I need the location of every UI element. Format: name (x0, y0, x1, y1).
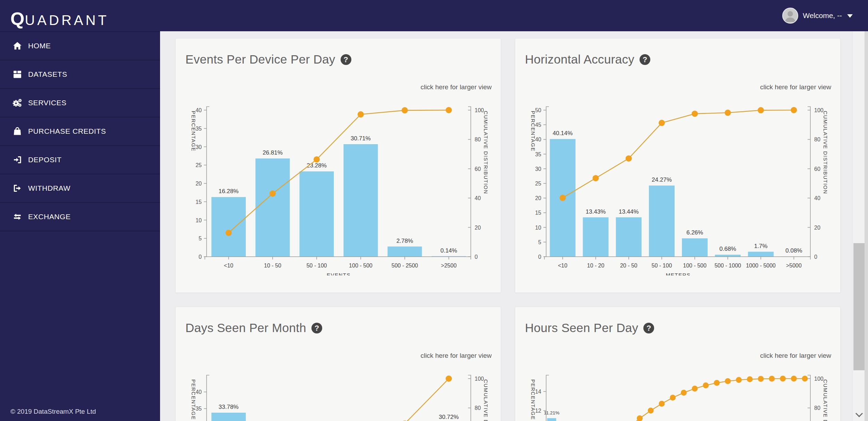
svg-text:80: 80 (475, 405, 481, 411)
svg-text:80: 80 (814, 405, 820, 411)
svg-text:CUMULATIVE DISTRIBUTION: CUMULATIVE DISTRIBUTION (483, 111, 489, 194)
svg-text:EVENTS: EVENTS (327, 272, 351, 275)
user-menu[interactable]: Welcome, -- (782, 8, 853, 24)
svg-text:PERCENTAGE: PERCENTAGE (530, 379, 536, 420)
larger-view-link[interactable]: click here for larger view (760, 352, 831, 360)
scrollbar-edge (865, 31, 868, 421)
svg-text:30.72%: 30.72% (439, 414, 459, 420)
svg-text:6.26%: 6.26% (686, 229, 703, 236)
help-icon[interactable]: ? (341, 54, 351, 65)
svg-text:10 - 20: 10 - 20 (587, 263, 604, 269)
svg-text:80: 80 (814, 137, 820, 142)
help-icon[interactable]: ? (311, 323, 322, 333)
sidebar-item-exchange[interactable]: EXCHANGE (0, 203, 160, 231)
svg-text:20: 20 (475, 225, 481, 231)
svg-text:0: 0 (538, 254, 541, 260)
svg-text:PERCENTAGE: PERCENTAGE (530, 111, 536, 151)
svg-text:40: 40 (475, 195, 481, 201)
svg-text:50 - 100: 50 - 100 (652, 263, 672, 269)
sign-out-icon (12, 183, 22, 193)
page-title: Horizontal Accuracy (525, 52, 634, 66)
svg-text:500 - 2500: 500 - 2500 (391, 263, 418, 269)
svg-text:5: 5 (538, 239, 541, 245)
svg-text:15: 15 (195, 199, 202, 205)
svg-text:100: 100 (475, 107, 484, 113)
svg-text:30.71%: 30.71% (351, 135, 371, 142)
larger-view-link[interactable]: click here for larger view (420, 83, 492, 91)
svg-text:20: 20 (814, 225, 820, 231)
svg-text:100: 100 (814, 376, 824, 382)
card-title-row: Hours Seen Per Day ? (525, 321, 654, 335)
sidebar-item-home[interactable]: HOME (0, 32, 160, 60)
shopping-bag-icon (12, 126, 22, 136)
svg-text:60: 60 (814, 166, 820, 172)
svg-text:15: 15 (535, 210, 541, 216)
footer-copyright: © 2019 DataStreamX Pte Ltd (10, 408, 96, 415)
larger-view-link[interactable]: click here for larger view (760, 83, 831, 91)
pareto-chart-accuracy: 40.14%13.43%13.44%24.27%6.26%0.68%1.7%0.… (515, 98, 841, 275)
vertical-scrollbar[interactable] (852, 31, 868, 421)
logo-rest: UADRANT (25, 13, 109, 28)
svg-text:35: 35 (535, 151, 541, 157)
svg-text:16.28%: 16.28% (219, 188, 239, 195)
exchange-arrows-icon (12, 212, 22, 222)
welcome-label: Welcome, -- (803, 11, 842, 20)
sidebar-item-label: WITHDRAW (28, 184, 70, 192)
sidebar-item-purchase-credits[interactable]: PURCHASE CREDITS (0, 117, 160, 146)
svg-text:23.28%: 23.28% (307, 162, 327, 169)
logo-initial: Q (10, 8, 25, 29)
svg-text:100 - 500: 100 - 500 (683, 263, 707, 269)
page-title: Hours Seen Per Day (525, 321, 638, 335)
svg-text:10: 10 (535, 225, 541, 231)
user-silhouette-icon (783, 8, 798, 23)
pareto-chart-days-seen: 33.78%30.72%0510152025303540020406080100… (176, 366, 501, 421)
page-title: Days Seen Per Month (185, 321, 306, 335)
sidebar-item-withdraw[interactable]: WITHDRAW (0, 174, 160, 203)
svg-text:10 - 50: 10 - 50 (264, 263, 281, 269)
svg-text:PERCENTAGE: PERCENTAGE (191, 379, 197, 420)
help-icon[interactable]: ? (640, 54, 650, 65)
svg-text:0.68%: 0.68% (719, 246, 736, 252)
svg-text:100 - 500: 100 - 500 (349, 263, 373, 269)
card-title-row: Horizontal Accuracy ? (525, 52, 650, 66)
scroll-down-icon[interactable] (856, 410, 863, 417)
sidebar-item-label: HOME (28, 42, 51, 50)
svg-text:13.43%: 13.43% (586, 208, 606, 215)
svg-text:2.78%: 2.78% (397, 238, 413, 244)
sign-in-icon (12, 155, 22, 165)
svg-text:40.14%: 40.14% (553, 130, 573, 137)
svg-text:24.27%: 24.27% (652, 176, 672, 183)
sidebar-item-label: SERVICES (28, 99, 67, 107)
svg-text:20: 20 (195, 181, 202, 187)
svg-text:0: 0 (475, 254, 478, 260)
card-days-seen-per-month: Days Seen Per Month ? click here for lar… (175, 307, 501, 421)
svg-text:0: 0 (814, 254, 817, 260)
brand-logo[interactable]: QUADRANT (0, 0, 160, 31)
card-hours-seen-per-day: Hours Seen Per Day ? click here for larg… (515, 307, 841, 421)
svg-text:5: 5 (199, 236, 202, 241)
sidebar-item-datasets[interactable]: DATASETS (0, 60, 160, 89)
svg-text:<10: <10 (558, 263, 567, 269)
svg-text:25: 25 (195, 162, 202, 168)
sidebar-item-label: DEPOSIT (28, 156, 61, 164)
dashboard-content: Events Per Device Per Day ? click here f… (160, 31, 852, 421)
sidebar-item-services[interactable]: SERVICES (0, 89, 160, 117)
svg-text:0.14%: 0.14% (440, 247, 457, 254)
card-title-row: Days Seen Per Month ? (185, 321, 322, 335)
chevron-down-icon (847, 14, 853, 20)
pareto-chart-events: 16.28%26.81%23.28%30.71%2.78%0.14%051015… (176, 98, 501, 275)
svg-text:33.78%: 33.78% (219, 404, 239, 410)
sidebar-item-label: EXCHANGE (28, 213, 71, 221)
svg-text:50 - 100: 50 - 100 (307, 263, 327, 269)
svg-text:1.7%: 1.7% (754, 243, 768, 249)
sidebar-item-deposit[interactable]: DEPOSIT (0, 146, 160, 174)
svg-text:20 - 50: 20 - 50 (620, 263, 637, 269)
svg-text:>5000: >5000 (786, 263, 802, 269)
larger-view-link[interactable]: click here for larger view (420, 352, 492, 360)
scrollbar-thumb[interactable] (853, 243, 865, 370)
svg-text:0.08%: 0.08% (785, 247, 802, 254)
gears-icon (12, 98, 22, 108)
sidebar-item-label: DATASETS (28, 70, 67, 79)
svg-text:13.44%: 13.44% (619, 208, 639, 215)
help-icon[interactable]: ? (643, 323, 654, 333)
